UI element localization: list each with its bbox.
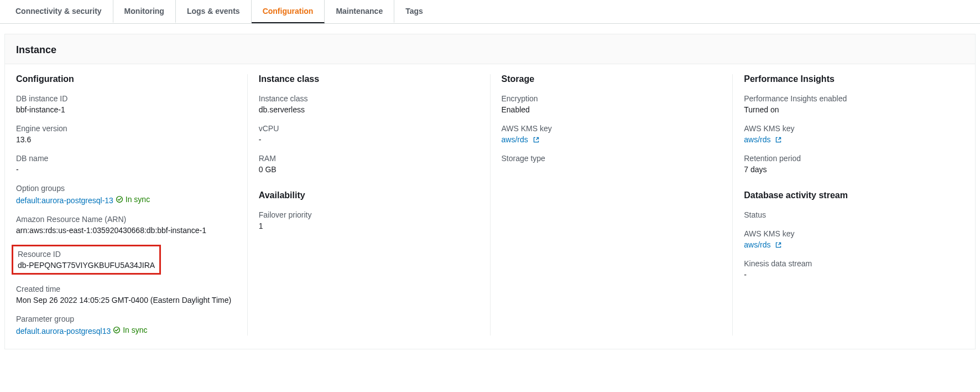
resource-id-highlight: Resource ID db-PEPQNGT75VIYGKBUFU5A34JIR… (12, 245, 161, 275)
field-db-instance-id: DB instance ID bbf-instance-1 (16, 94, 236, 114)
panel-header: Instance (5, 34, 975, 64)
field-ram: RAM 0 GB (259, 154, 479, 174)
ram-label: RAM (259, 154, 479, 163)
parameter-group-label: Parameter group (16, 314, 236, 323)
das-kms-label: AWS KMS key (744, 229, 964, 238)
kinesis-value: - (744, 270, 964, 279)
option-groups-status: In sync (126, 195, 150, 204)
resource-id-label: Resource ID (18, 250, 155, 259)
db-name-value: - (16, 165, 236, 174)
field-perf-enabled: Performance Insights enabled Turned on (744, 94, 964, 114)
storage-type-label: Storage type (502, 154, 722, 163)
failover-value: 1 (259, 221, 479, 230)
das-status-label: Status (744, 210, 964, 219)
external-link-icon (775, 241, 782, 249)
das-kms-link[interactable]: aws/rds (744, 240, 770, 249)
check-circle-icon (113, 326, 121, 334)
tab-connectivity[interactable]: Connectivity & security (4, 0, 113, 23)
created-time-value: Mon Sep 26 2022 14:05:25 GMT-0400 (Easte… (16, 296, 236, 305)
field-storage-type: Storage type (502, 154, 722, 163)
arn-value: arn:aws:rds:us-east-1:035920430668:db:bb… (16, 226, 236, 235)
encryption-label: Encryption (502, 94, 722, 103)
storage-kms-link[interactable]: aws/rds (502, 135, 528, 144)
retention-label: Retention period (744, 154, 964, 163)
option-groups-link[interactable]: default:aurora-postgresql-13 (16, 196, 113, 205)
vcpu-label: vCPU (259, 124, 479, 133)
panel-title: Instance (16, 44, 964, 56)
field-arn: Amazon Resource Name (ARN) arn:aws:rds:u… (16, 215, 236, 235)
field-created-time: Created time Mon Sep 26 2022 14:05:25 GM… (16, 285, 236, 305)
engine-version-label: Engine version (16, 124, 236, 133)
tab-configuration[interactable]: Configuration (252, 0, 325, 23)
created-time-label: Created time (16, 285, 236, 293)
storage-kms-label: AWS KMS key (502, 124, 722, 133)
check-circle-icon (116, 195, 123, 203)
das-title: Database activity stream (744, 190, 964, 200)
ram-value: 0 GB (259, 165, 479, 174)
field-option-groups: Option groups default:aurora-postgresql-… (16, 184, 236, 205)
db-name-label: DB name (16, 154, 236, 163)
field-perf-kms: AWS KMS key aws/rds (744, 124, 964, 144)
perf-title: Performance Insights (744, 74, 964, 84)
option-groups-label: Option groups (16, 184, 236, 193)
kinesis-label: Kinesis data stream (744, 259, 964, 268)
arn-label: Amazon Resource Name (ARN) (16, 215, 236, 224)
instance-class-value: db.serverless (259, 105, 479, 114)
field-engine-version: Engine version 13.6 (16, 124, 236, 144)
perf-kms-link[interactable]: aws/rds (744, 135, 770, 144)
tab-logs[interactable]: Logs & events (176, 0, 252, 23)
tab-bar: Connectivity & security Monitoring Logs … (0, 0, 980, 24)
parameter-group-link[interactable]: default.aurora-postgresql13 (16, 327, 111, 336)
field-resource-id: Resource ID db-PEPQNGT75VIYGKBUFU5A34JIR… (16, 245, 236, 275)
field-kinesis: Kinesis data stream - (744, 259, 964, 279)
perf-kms-label: AWS KMS key (744, 124, 964, 133)
retention-value: 7 days (744, 165, 964, 174)
availability-title: Availability (259, 190, 479, 200)
col-instance-class: Instance class Instance class db.serverl… (248, 74, 491, 336)
storage-title: Storage (502, 74, 722, 84)
field-encryption: Encryption Enabled (502, 94, 722, 114)
tab-monitoring[interactable]: Monitoring (113, 0, 176, 23)
panel-body: Configuration DB instance ID bbf-instanc… (5, 64, 975, 349)
instance-panel: Instance Configuration DB instance ID bb… (4, 34, 976, 349)
field-parameter-group: Parameter group default.aurora-postgresq… (16, 314, 236, 336)
resource-id-value: db-PEPQNGT75VIYGKBUFU5A34JIRA (18, 261, 155, 270)
failover-label: Failover priority (259, 210, 479, 219)
field-storage-kms: AWS KMS key aws/rds (502, 124, 722, 144)
configuration-title: Configuration (16, 74, 236, 84)
field-db-name: DB name - (16, 154, 236, 174)
vcpu-value: - (259, 135, 479, 144)
field-vcpu: vCPU - (259, 124, 479, 144)
field-das-status: Status (744, 210, 964, 219)
engine-version-value: 13.6 (16, 135, 236, 144)
db-instance-id-value: bbf-instance-1 (16, 105, 236, 114)
instance-class-label: Instance class (259, 94, 479, 103)
tab-maintenance[interactable]: Maintenance (325, 0, 394, 23)
field-instance-class: Instance class db.serverless (259, 94, 479, 114)
parameter-group-status: In sync (123, 326, 147, 334)
col-configuration: Configuration DB instance ID bbf-instanc… (5, 74, 248, 336)
encryption-value: Enabled (502, 105, 722, 114)
tab-tags[interactable]: Tags (394, 0, 434, 23)
external-link-icon (533, 136, 540, 143)
col-storage: Storage Encryption Enabled AWS KMS key a… (491, 74, 733, 336)
field-das-kms: AWS KMS key aws/rds (744, 229, 964, 249)
col-performance: Performance Insights Performance Insight… (733, 74, 975, 336)
external-link-icon (775, 136, 782, 143)
perf-enabled-value: Turned on (744, 105, 964, 114)
field-retention: Retention period 7 days (744, 154, 964, 174)
db-instance-id-label: DB instance ID (16, 94, 236, 103)
perf-enabled-label: Performance Insights enabled (744, 94, 964, 103)
instance-class-title: Instance class (259, 74, 479, 84)
field-failover: Failover priority 1 (259, 210, 479, 230)
